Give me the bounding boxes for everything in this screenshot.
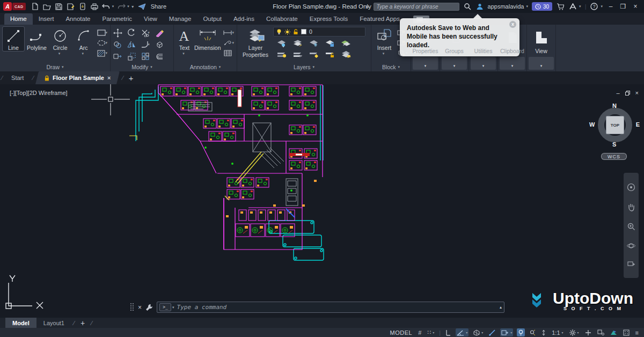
scale-icon[interactable] xyxy=(128,53,136,61)
user-avatar-icon[interactable] xyxy=(475,2,484,11)
wcs-button[interactable]: WCS xyxy=(601,153,627,160)
annotation-scale-icon[interactable] xyxy=(540,328,547,336)
layer-prev-icon[interactable] xyxy=(292,50,303,58)
trim-dropdown-icon[interactable]: ▾ xyxy=(148,31,150,35)
fillet-dropdown-icon[interactable]: ▾ xyxy=(148,42,150,47)
layers-panel-label[interactable]: Layers▾ xyxy=(237,62,371,71)
tab-model[interactable]: Model xyxy=(5,318,36,328)
object-snap-icon[interactable]: ▾ xyxy=(500,328,513,336)
block-panel-label[interactable]: Block▾ xyxy=(371,62,411,71)
status-menu-icon[interactable]: ≡ xyxy=(634,328,640,336)
clipboard-panel-expand[interactable]: ▾ xyxy=(500,57,525,70)
rectangle-dropdown-icon[interactable]: ▾ xyxy=(106,31,108,35)
viewcube-east[interactable]: E xyxy=(636,121,640,128)
command-close-icon[interactable]: × xyxy=(138,304,142,311)
table-icon[interactable] xyxy=(223,49,232,57)
share-icon[interactable] xyxy=(138,2,147,11)
tab-start[interactable]: Start xyxy=(4,71,31,84)
layer-select[interactable]: 0 xyxy=(273,27,365,36)
tab-view[interactable]: View xyxy=(138,13,163,25)
command-history-dropdown-icon[interactable]: ▾ xyxy=(172,305,174,310)
clean-screen-icon[interactable] xyxy=(622,328,631,336)
tab-add-ins[interactable]: Add-ins xyxy=(228,13,260,25)
tab-annotate[interactable]: Annotate xyxy=(60,13,96,25)
tab-collaborate[interactable]: Collaborate xyxy=(260,13,304,25)
new-tab-button[interactable]: + xyxy=(125,74,138,83)
isometric-drafting-icon[interactable]: ▾ xyxy=(472,328,484,336)
command-bar[interactable]: >_ ▾ ▴ xyxy=(157,302,504,313)
layer-isolate-icon[interactable] xyxy=(292,40,303,47)
tab-home[interactable]: Home xyxy=(4,13,33,25)
text-dropdown-icon[interactable]: ▾ xyxy=(182,52,185,56)
viewcube-west[interactable]: W xyxy=(589,121,595,128)
autodesk-app-icon[interactable] xyxy=(568,2,577,11)
tab-close-icon[interactable]: × xyxy=(107,75,111,81)
viewcube-south[interactable]: S xyxy=(612,141,616,148)
grid-display-icon[interactable]: # xyxy=(417,328,422,336)
leader-dropdown-icon[interactable]: ▾ xyxy=(232,41,234,45)
groups-panel-expand[interactable]: ▾ xyxy=(442,57,467,70)
annotation-scale-value[interactable]: 1:1▾ xyxy=(551,328,564,336)
command-drag-handle[interactable] xyxy=(130,303,134,312)
properties-panel-expand[interactable]: ▾ xyxy=(413,57,438,70)
hatch-icon[interactable] xyxy=(97,49,106,57)
save-to-mobile-icon[interactable] xyxy=(78,2,87,11)
polar-tracking-icon[interactable]: ▾ xyxy=(456,328,469,336)
annotation-autoscale-icon[interactable] xyxy=(529,328,537,336)
array-icon[interactable]: ▾ xyxy=(142,53,150,60)
leader-icon[interactable] xyxy=(223,39,232,47)
text-button[interactable]: A Text ▾ xyxy=(177,27,192,56)
draw-panel-label[interactable]: Draw▾ xyxy=(0,62,110,71)
layer-properties-button[interactable]: Layer Properties xyxy=(240,27,271,58)
show-motion-icon[interactable] xyxy=(627,261,635,268)
line-button[interactable]: Line xyxy=(3,27,24,51)
viewport-minimize-icon[interactable]: – xyxy=(616,90,619,96)
rotate-icon[interactable] xyxy=(127,28,136,37)
utilities-panel-expand[interactable]: ▾ xyxy=(471,57,496,70)
move-icon[interactable] xyxy=(113,28,122,38)
tab-insert[interactable]: Insert xyxy=(33,13,60,25)
customization-gear-icon[interactable]: ▾ xyxy=(568,328,580,336)
panel-view[interactable]: View ▾ xyxy=(527,25,556,71)
erase-icon[interactable] xyxy=(155,28,164,37)
zoom-icon[interactable] xyxy=(627,223,635,231)
object-snap-tracking-icon[interactable] xyxy=(488,328,496,336)
qat-customize-icon[interactable]: ▼ xyxy=(131,5,135,9)
command-prompt-icon[interactable]: >_ xyxy=(159,303,171,311)
ellipse-dropdown-icon[interactable]: ▾ xyxy=(106,41,108,45)
help-icon[interactable]: ? xyxy=(590,2,598,11)
new-file-icon[interactable] xyxy=(31,2,40,11)
annotation-panel-label[interactable]: Annotation▾ xyxy=(174,62,237,71)
redo-dropdown-icon[interactable]: ▾ xyxy=(127,4,129,9)
tab-output[interactable]: Output xyxy=(197,13,228,25)
tab-floor-plan-sample[interactable]: Floor Plan Sample × xyxy=(35,71,120,84)
autocad-logo[interactable]: A CAD xyxy=(3,2,26,11)
close-button[interactable]: × xyxy=(631,3,640,10)
fillet-icon[interactable]: ▾ xyxy=(141,41,150,48)
search-collapse-icon[interactable]: ▶ xyxy=(366,4,369,9)
stretch-icon[interactable] xyxy=(113,53,122,60)
new-layout-button[interactable]: + xyxy=(76,319,89,327)
copy-icon[interactable] xyxy=(113,41,122,49)
mirror-icon[interactable] xyxy=(127,41,136,48)
ellipse-icon[interactable] xyxy=(97,39,106,47)
dimension-button[interactable]: Dimension xyxy=(194,27,221,51)
notification-close-button[interactable]: x xyxy=(509,21,516,28)
layer-freeze-icon[interactable] xyxy=(309,40,319,47)
arc-button[interactable]: Arc ▾ xyxy=(73,27,94,56)
minimize-button[interactable]: – xyxy=(606,3,615,10)
graphics-performance-icon[interactable] xyxy=(609,328,618,336)
pan-icon[interactable] xyxy=(627,203,635,211)
tab-layout1[interactable]: Layout1 xyxy=(36,318,71,328)
tab-manage[interactable]: Manage xyxy=(163,13,197,25)
offset-icon[interactable] xyxy=(155,53,164,60)
search-icon[interactable] xyxy=(463,2,472,11)
insert-block-button[interactable]: Insert ▾ xyxy=(374,27,394,56)
viewport-controls-label[interactable]: [-][Top][2D Wireframe] xyxy=(10,90,68,96)
modify-panel-label[interactable]: Modify▾ xyxy=(111,62,173,71)
viewport-close-icon[interactable]: × xyxy=(635,90,639,96)
circle-dropdown-icon[interactable]: ▾ xyxy=(58,52,61,56)
rectangle-icon[interactable] xyxy=(97,28,106,37)
view-panel-expand[interactable]: ▾ xyxy=(529,57,554,70)
help-dropdown-icon[interactable]: ▾ xyxy=(601,4,603,9)
